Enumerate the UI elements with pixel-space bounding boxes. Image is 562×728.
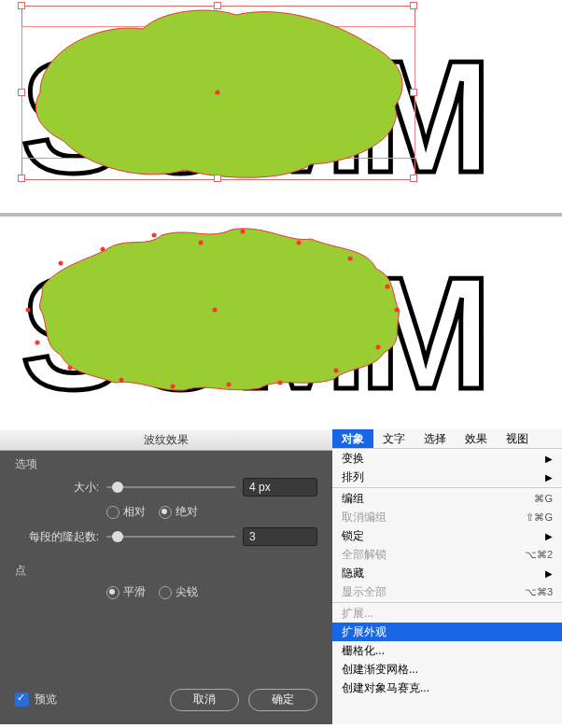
ok-button[interactable]: 确定 [248, 689, 317, 711]
ridges-input[interactable]: 3 [243, 527, 317, 546]
canvas-top[interactable]: SOMM [0, 0, 562, 213]
dialog-title: 波纹效果 [0, 429, 332, 451]
menu-object[interactable]: 对象 [332, 429, 373, 448]
mi-object-mosaic[interactable]: 创建对象马赛克... [332, 679, 562, 697]
relative-radio[interactable] [106, 506, 119, 519]
mi-show-all: 显示全部⌥⌘3 [332, 582, 562, 601]
absolute-label: 绝对 [176, 504, 198, 520]
submenu-arrow-icon: ▶ [545, 472, 553, 483]
mi-gradient-mesh[interactable]: 创建渐变网格... [332, 660, 562, 679]
menu-bar: 对象 文字 选择 效果 视图 [332, 429, 562, 449]
mi-unlock-all: 全部解锁⌥⌘2 [332, 545, 562, 564]
menu-type[interactable]: 文字 [373, 429, 414, 448]
mi-hide[interactable]: 隐藏▶ [332, 564, 562, 582]
cancel-button[interactable]: 取消 [170, 689, 239, 711]
mi-rasterize[interactable]: 栅格化... [332, 641, 562, 660]
smooth-label: 平滑 [123, 584, 146, 600]
submenu-arrow-icon: ▶ [545, 454, 553, 464]
section-point: 点 [0, 557, 332, 581]
absolute-radio[interactable] [159, 506, 172, 519]
object-menu: 对象 文字 选择 效果 视图 变换▶ 排列▶ 编组⌘G 取消编组⇧⌘G 锁定▶ … [332, 429, 562, 724]
submenu-arrow-icon: ▶ [545, 568, 553, 579]
submenu-arrow-icon: ▶ [545, 531, 553, 541]
corner-label: 尖锐 [176, 584, 198, 600]
mi-arrange[interactable]: 排列▶ [332, 468, 562, 486]
zigzag-dialog: 波纹效果 选项 大小: 4 px 相对 绝对 每段的隆起数: 3 点 平滑 尖锐 [0, 429, 332, 724]
ridges-label: 每段的隆起数: [15, 529, 106, 545]
mi-transform[interactable]: 变换▶ [332, 449, 562, 468]
size-input[interactable]: 4 px [243, 478, 317, 497]
smooth-radio[interactable] [106, 586, 119, 599]
preview-label: 预览 [35, 692, 57, 707]
menu-effect[interactable]: 效果 [456, 429, 497, 448]
corner-radio[interactable] [159, 586, 172, 599]
preview-checkbox[interactable] [15, 693, 29, 707]
mi-group[interactable]: 编组⌘G [332, 489, 562, 508]
mi-ungroup: 取消编组⇧⌘G [332, 508, 562, 526]
size-label: 大小: [15, 480, 106, 496]
blob-shape-wavy[interactable] [21, 222, 414, 396]
mi-expand-appearance[interactable]: 扩展外观 [332, 623, 562, 641]
mi-expand: 扩展... [332, 604, 562, 623]
size-slider[interactable] [106, 481, 235, 494]
section-options: 选项 [0, 451, 332, 474]
mi-lock[interactable]: 锁定▶ [332, 526, 562, 545]
menu-select[interactable]: 选择 [414, 429, 456, 448]
ridges-slider[interactable] [106, 530, 235, 543]
relative-label: 相对 [123, 504, 146, 520]
menu-view[interactable]: 视图 [497, 429, 538, 448]
canvas-bottom[interactable]: SOMM [0, 217, 562, 429]
